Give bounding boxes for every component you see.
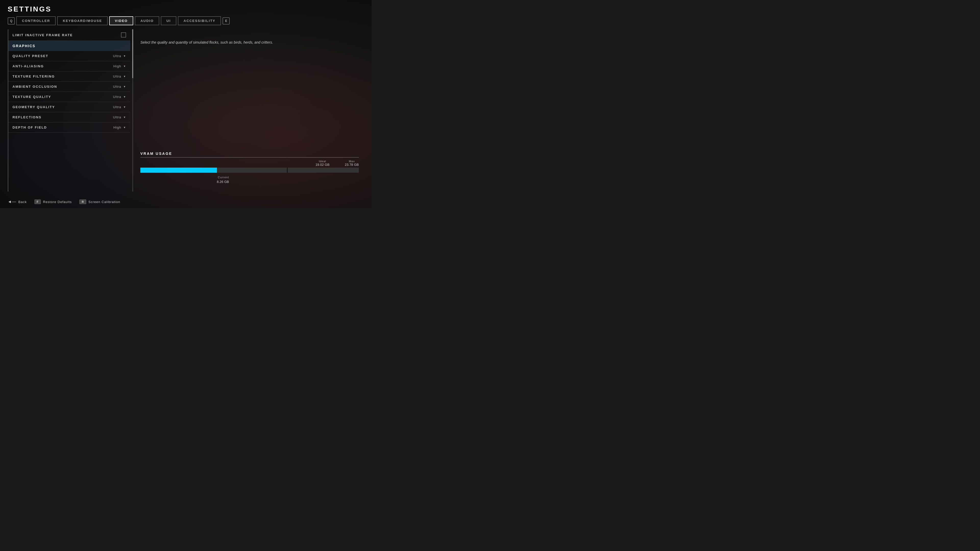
tab-keyboard-mouse[interactable]: KEYBOARD/MOUSE: [57, 16, 108, 25]
left-panel: LIMIT INACTIVE FRAME RATE GRAPHICS QUALI…: [8, 29, 130, 192]
quality-preset-arrow: ▼: [123, 55, 126, 57]
texture-filtering-text: Ultra: [113, 75, 121, 78]
screen-calibration-key: R: [80, 200, 86, 204]
vram-current-container: Current 8.26 GB: [140, 175, 359, 184]
back-label: Back: [18, 200, 27, 204]
vram-ideal-value: 19.02 GB: [315, 163, 329, 167]
setting-limit-frame-rate[interactable]: LIMIT INACTIVE FRAME RATE: [8, 29, 130, 41]
value-anti-aliasing: High ▼: [113, 64, 126, 68]
label-depth-of-field: DEPTH OF FIELD: [13, 125, 47, 129]
vram-ideal-label: Ideal 19.02 GB: [315, 160, 329, 167]
settings-list: LIMIT INACTIVE FRAME RATE GRAPHICS QUALI…: [8, 29, 130, 192]
value-reflections: Ultra ▼: [113, 115, 126, 119]
tab-accessibility[interactable]: ACCESSIBILITY: [178, 16, 221, 25]
ambient-occlusion-arrow: ▼: [123, 85, 126, 88]
checkbox-limit-frame-rate[interactable]: [121, 32, 126, 38]
vram-section: VRAM USAGE Ideal 19.02 GB Max 23.78 GB: [140, 151, 359, 184]
vram-current-value: 8.26 GB: [217, 180, 229, 184]
footer-back[interactable]: ◄— Back: [8, 200, 27, 204]
restore-defaults-label: Restore Defaults: [43, 200, 72, 204]
setting-texture-filtering[interactable]: TEXTURE FILTERING Ultra ▼: [8, 71, 130, 82]
vram-current: Current 8.26 GB: [217, 175, 229, 184]
label-anti-aliasing: ANTI-ALIASING: [13, 64, 44, 68]
setting-label-limit-frame-rate: LIMIT INACTIVE FRAME RATE: [13, 33, 73, 37]
value-depth-of-field: High ▼: [113, 125, 126, 129]
page-title: SETTINGS: [8, 5, 364, 13]
label-quality-preset: QUALITY PRESET: [13, 54, 48, 58]
vram-max-name: Max: [345, 160, 359, 163]
tab-ui[interactable]: UI: [161, 16, 177, 25]
main-container: SETTINGS Q CONTROLLER KEYBOARD/MOUSE VID…: [0, 0, 372, 208]
setting-texture-quality[interactable]: TEXTURE QUALITY Ultra ▼: [8, 92, 130, 102]
back-arrow-icon: ◄—: [8, 200, 16, 204]
value-texture-filtering: Ultra ▼: [113, 75, 126, 78]
scroll-bar: [132, 29, 133, 192]
scroll-thumb[interactable]: [132, 29, 133, 78]
setting-reflections[interactable]: REFLECTIONS Ultra ▼: [8, 112, 130, 122]
setting-ambient-occlusion[interactable]: AMBIENT OCCLUSION Ultra ▼: [8, 82, 130, 92]
vram-labels: Ideal 19.02 GB Max 23.78 GB: [140, 160, 359, 167]
anti-aliasing-arrow: ▼: [123, 65, 126, 68]
footer-screen-calibration[interactable]: R Screen Calibration: [80, 200, 120, 204]
vram-title: VRAM USAGE: [140, 151, 359, 158]
vram-current-label: Current: [218, 176, 229, 179]
value-quality-preset: Ultra ▼: [113, 54, 126, 58]
right-panel: Select the quality and quantity of simul…: [135, 29, 364, 192]
footer: ◄— Back F Restore Defaults R Screen Cali…: [8, 200, 120, 204]
texture-quality-arrow: ▼: [123, 95, 126, 98]
setting-quality-preset[interactable]: QUALITY PRESET Ultra ▼: [8, 51, 130, 61]
tab-controller[interactable]: CONTROLLER: [16, 16, 56, 25]
section-label-graphics: GRAPHICS: [13, 44, 35, 48]
label-texture-quality: TEXTURE QUALITY: [13, 95, 51, 99]
setting-geometry-quality[interactable]: GEOMETRY QUALITY Ultra ▼: [8, 102, 130, 112]
depth-of-field-arrow: ▼: [123, 126, 126, 129]
texture-quality-text: Ultra: [113, 95, 121, 99]
depth-of-field-text: High: [113, 125, 121, 129]
geometry-quality-text: Ultra: [113, 105, 121, 109]
setting-anti-aliasing[interactable]: ANTI-ALIASING High ▼: [8, 61, 130, 71]
value-geometry-quality: Ultra ▼: [113, 105, 126, 109]
restore-defaults-key: F: [35, 200, 41, 204]
label-reflections: REFLECTIONS: [13, 115, 41, 119]
tabs-row: Q CONTROLLER KEYBOARD/MOUSE VIDEO AUDIO …: [8, 16, 364, 25]
vram-max-value: 23.78 GB: [345, 163, 359, 167]
ambient-occlusion-text: Ultra: [113, 85, 121, 89]
vram-bar: [140, 168, 359, 173]
vram-bar-fill: [140, 168, 217, 173]
content-area: LIMIT INACTIVE FRAME RATE GRAPHICS QUALI…: [8, 29, 364, 192]
screen-calibration-label: Screen Calibration: [88, 200, 120, 204]
value-ambient-occlusion: Ultra ▼: [113, 85, 126, 89]
anti-aliasing-text: High: [113, 64, 121, 68]
vram-max-label: Max 23.78 GB: [345, 160, 359, 167]
reflections-text: Ultra: [113, 115, 121, 119]
header: SETTINGS Q CONTROLLER KEYBOARD/MOUSE VID…: [8, 5, 364, 25]
setting-description: Select the quality and quantity of simul…: [140, 40, 293, 45]
value-texture-quality: Ultra ▼: [113, 95, 126, 99]
footer-restore-defaults[interactable]: F Restore Defaults: [35, 200, 72, 204]
vram-bar-divider: [287, 168, 288, 173]
label-ambient-occlusion: AMBIENT OCCLUSION: [13, 85, 57, 89]
section-graphics: GRAPHICS: [8, 41, 130, 51]
geometry-quality-arrow: ▼: [123, 106, 126, 108]
reflections-arrow: ▼: [123, 116, 126, 119]
texture-filtering-arrow: ▼: [123, 75, 126, 78]
label-texture-filtering: TEXTURE FILTERING: [13, 75, 55, 78]
tab-video[interactable]: VIDEO: [109, 16, 133, 25]
right-key-indicator: E: [223, 17, 230, 24]
left-key-indicator: Q: [8, 17, 15, 24]
vram-ideal-name: Ideal: [315, 160, 329, 163]
quality-preset-text: Ultra: [113, 54, 121, 58]
label-geometry-quality: GEOMETRY QUALITY: [13, 105, 55, 109]
tab-audio[interactable]: AUDIO: [135, 16, 159, 25]
setting-depth-of-field[interactable]: DEPTH OF FIELD High ▼: [8, 122, 130, 133]
